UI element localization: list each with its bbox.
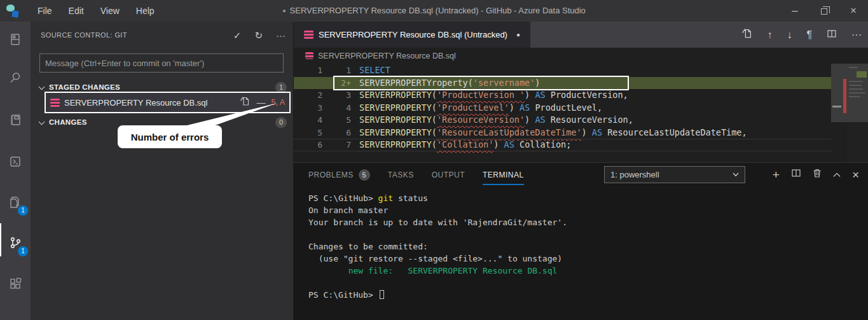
code-line[interactable]: 23SERVERPROPERTY('ProductVersion ') AS P…: [294, 89, 831, 102]
kill-terminal-trash-icon[interactable]: [813, 168, 822, 181]
terminal-instance-select[interactable]: 1: powershell: [604, 166, 745, 183]
terminal-line: new file: SERVERPROPERTY Resource DB.sql: [308, 265, 862, 277]
split-editor-icon[interactable]: [827, 29, 837, 41]
menu-help[interactable]: Help: [128, 0, 163, 22]
commit-message-input[interactable]: [39, 53, 284, 73]
close-panel-icon[interactable]: ×: [852, 169, 859, 181]
window-controls: – ×: [780, 0, 868, 22]
tab-problems[interactable]: PROBLEMS 5: [308, 169, 370, 186]
terminal-line: (use "git restore --staged <file>..." to…: [308, 253, 862, 265]
modified-line-number: 7: [322, 139, 351, 151]
original-line-number: 1: [294, 64, 322, 77]
breadcrumb-label: SERVERPROPERTY Resource DB.sql: [318, 52, 456, 60]
connections-icon[interactable]: [0, 27, 31, 52]
code-text: SERVERPROPERTY('ProductLevel') AS Produc…: [351, 102, 602, 113]
overview-cursor-mark: [832, 106, 841, 108]
sql-file-icon: [305, 52, 313, 59]
terminal-line: [308, 228, 862, 240]
extensions-icon[interactable]: [0, 271, 31, 296]
next-change-icon[interactable]: ↓: [787, 30, 792, 40]
titlebar: File Edit View Help ●SERVERPROPERTY Reso…: [0, 0, 868, 22]
source-control-icon[interactable]: 1: [0, 230, 31, 256]
problems-count-status: 5, A: [271, 98, 285, 107]
menubar: File Edit View Help: [29, 0, 163, 22]
tab-strip: SERVERPROPERTY Resource DB.sql (Untracke…: [294, 22, 868, 48]
tab-tasks[interactable]: TASKS: [388, 170, 414, 185]
refresh-icon[interactable]: ↻: [254, 31, 263, 40]
azure-data-studio-logo-icon: [5, 3, 20, 18]
explorer-icon[interactable]: 1: [0, 190, 31, 215]
restore-button[interactable]: [809, 0, 839, 22]
code-line[interactable]: 34SERVERPROPERTY('ProductLevel') AS Prod…: [294, 102, 831, 115]
terminal-content[interactable]: PS C:\GitHub> git statusOn branch master…: [308, 192, 862, 320]
code-line[interactable]: 67SERVERPROPERTY('Collation') AS Collati…: [294, 139, 831, 151]
tab-serverproperty-sql[interactable]: SERVERPROPERTY Resource DB.sql (Untracke…: [294, 22, 530, 48]
split-terminal-icon[interactable]: [791, 168, 801, 181]
code-line[interactable]: 45SERVERPROPERTY('ResourceVersion') AS R…: [294, 114, 831, 127]
editor-group: SERVERPROPERTY Resource DB.sql (Untracke…: [294, 22, 868, 320]
breadcrumb[interactable]: SERVERPROPERTY Resource DB.sql: [294, 48, 868, 64]
previous-change-icon[interactable]: ↑: [767, 30, 772, 40]
open-changes-icon[interactable]: [741, 28, 752, 41]
restore-icon: [821, 8, 827, 15]
code-line[interactable]: 2+SERVERPROPERTYroperty('servername'): [294, 77, 831, 90]
annotation-box-added-line: [333, 76, 629, 90]
menu-edit[interactable]: Edit: [60, 0, 92, 22]
problems-badge: 5: [359, 169, 370, 181]
source-control-sidebar: SOURCE CONTROL: GIT ✓ ↻ ··· STAGED CHANG…: [31, 22, 294, 320]
unstage-dash-icon[interactable]: —: [256, 98, 265, 107]
errors-callout: Number of errors: [118, 125, 222, 148]
minimize-button[interactable]: –: [780, 0, 809, 22]
commit-check-icon[interactable]: ✓: [233, 31, 242, 40]
code-line[interactable]: 56SERVERPROPERTY('ResourceLastUpdateDate…: [294, 127, 831, 139]
panel-actions: + ×: [773, 165, 859, 183]
terminal-line: [308, 277, 862, 289]
search-icon[interactable]: [0, 65, 31, 90]
maximize-panel-chevron-up-icon[interactable]: [833, 169, 841, 180]
sidebar-header: SOURCE CONTROL: GIT ✓ ↻ ···: [41, 27, 286, 43]
open-file-icon[interactable]: [240, 96, 250, 109]
minimap-added-line-mark: [857, 71, 867, 78]
staged-changes-label: STAGED CHANGES: [49, 83, 272, 91]
notebooks-icon[interactable]: [0, 107, 31, 132]
minimap[interactable]: [847, 64, 868, 162]
code-text: SERVERPROPERTY('ResourceLastUpdateDateTi…: [351, 127, 747, 137]
more-actions-icon[interactable]: ···: [851, 30, 862, 40]
staged-changes-badge: 1: [275, 82, 287, 93]
bottom-panel: PROBLEMS 5 TASKS OUTPUT TERMINAL 1: powe…: [294, 162, 868, 320]
original-line-number: 2: [294, 89, 322, 102]
code-text: SELECT: [351, 65, 390, 75]
app-window: File Edit View Help ●SERVERPROPERTY Reso…: [0, 0, 868, 320]
code-text: SERVERPROPERTY('Collation') AS Collation…: [351, 139, 571, 150]
chevron-down-icon: [733, 172, 739, 177]
code-editor[interactable]: 11SELECT2+SERVERPROPERTYroperty('servern…: [294, 64, 868, 162]
terminal-line: Your branch is up to date with 'Rajendra…: [308, 216, 862, 228]
original-line-number: 3: [294, 102, 322, 115]
chevron-down-icon: [39, 83, 45, 90]
close-window-button[interactable]: ×: [839, 0, 868, 22]
query-terminal-icon[interactable]: [0, 149, 31, 174]
more-actions-icon[interactable]: ···: [276, 31, 286, 40]
active-view-indicator: [0, 223, 1, 256]
toggle-whitespace-icon[interactable]: ¶: [806, 30, 812, 40]
editor-toolbar: ↑ ↓ ¶ ···: [741, 22, 862, 48]
tab-output[interactable]: OUTPUT: [432, 170, 465, 185]
overview-error-marker: [843, 79, 846, 113]
tab-label: SERVERPROPERTY Resource DB.sql (Untracke…: [319, 30, 507, 39]
terminal-line: Changes to be committed:: [308, 240, 862, 253]
new-terminal-icon[interactable]: +: [773, 169, 780, 181]
activity-bar: 1 1: [0, 22, 31, 320]
panel-tabs: PROBLEMS 5 TASKS OUTPUT TERMINAL: [308, 169, 524, 186]
changes-badge: 0: [275, 117, 287, 128]
tab-terminal[interactable]: TERMINAL: [483, 170, 524, 185]
menu-view[interactable]: View: [92, 0, 128, 22]
dirty-dot-icon: ●: [516, 31, 520, 38]
source-control-badge: 1: [18, 246, 28, 256]
chevron-down-icon: [39, 118, 45, 125]
editor-scrollbar[interactable]: [831, 64, 847, 162]
modified-line-number: 6: [322, 127, 351, 139]
menu-file[interactable]: File: [29, 0, 60, 22]
terminal-line: On branch master: [308, 204, 862, 216]
code-text: SERVERPROPERTY('ResourceVersion') AS Res…: [351, 115, 633, 125]
dirty-dot-icon: ●: [282, 8, 286, 14]
